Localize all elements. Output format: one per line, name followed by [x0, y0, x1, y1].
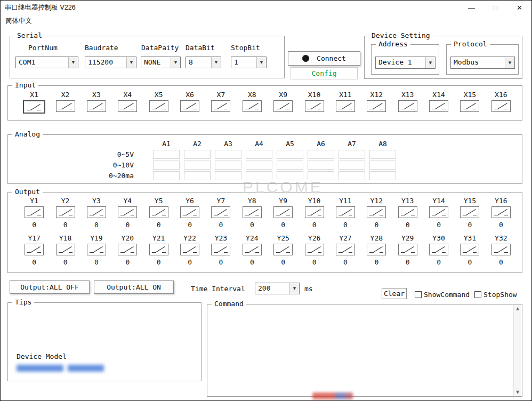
output-channel-switch-indicator[interactable]	[180, 206, 199, 218]
analog-value-cell[interactable]	[246, 171, 272, 180]
output-channel-switch-indicator[interactable]	[398, 244, 417, 255]
scroll-down-icon[interactable]: ▼	[516, 390, 519, 395]
input-channel-switch-indicator[interactable]	[460, 100, 479, 112]
chevron-down-icon[interactable]: ▼	[289, 283, 299, 294]
output-channel-switch-indicator[interactable]	[305, 206, 324, 218]
input-channel-switch-indicator[interactable]	[243, 100, 262, 112]
output-channel-switch-indicator[interactable]	[87, 244, 106, 255]
clear-button[interactable]: Clear	[382, 288, 407, 299]
command-scrollbar[interactable]: ▲ ▼	[513, 305, 521, 396]
menu-item-language[interactable]: 简体中文	[1, 17, 37, 26]
input-channel-switch-indicator[interactable]	[23, 100, 45, 114]
stop-show-checkbox[interactable]	[474, 291, 481, 298]
analog-value-cell[interactable]	[369, 150, 396, 159]
input-channel-switch-indicator[interactable]	[149, 100, 168, 112]
chevron-down-icon[interactable]: ▼	[505, 57, 514, 68]
show-command-checkbox[interactable]	[415, 291, 422, 298]
portnum-select[interactable]: COM1 ▼	[15, 57, 78, 68]
chevron-down-icon[interactable]: ▼	[256, 57, 266, 68]
output-channel-switch-indicator[interactable]	[491, 244, 511, 255]
analog-value-cell[interactable]	[246, 161, 272, 170]
output-channel-switch-indicator[interactable]	[460, 244, 479, 255]
output-channel-switch-indicator[interactable]	[367, 244, 386, 255]
output-all-on-button[interactable]: Output:ALL ON	[94, 280, 174, 294]
chevron-down-icon[interactable]: ▼	[126, 57, 136, 68]
output-channel-switch-indicator[interactable]	[336, 244, 355, 255]
output-channel-switch-indicator[interactable]	[149, 206, 168, 218]
output-channel-switch-indicator[interactable]	[149, 244, 168, 255]
output-channel-switch-indicator[interactable]	[25, 244, 44, 255]
analog-value-cell[interactable]	[153, 150, 180, 159]
analog-value-cell[interactable]	[215, 171, 241, 180]
analog-value-cell[interactable]	[277, 171, 303, 180]
output-channel-switch-indicator[interactable]	[87, 206, 106, 218]
output-channel-switch-indicator[interactable]	[491, 206, 511, 218]
output-channel-switch-indicator[interactable]	[243, 244, 262, 255]
output-channel-switch-indicator[interactable]	[273, 206, 293, 218]
input-channel-switch-indicator[interactable]	[336, 100, 355, 112]
input-channel-switch-indicator[interactable]	[56, 100, 75, 112]
output-channel-switch-indicator[interactable]	[460, 206, 479, 218]
output-channel-switch-indicator[interactable]	[25, 206, 44, 218]
chevron-down-icon[interactable]: ▼	[68, 57, 78, 68]
analog-value-cell[interactable]	[369, 161, 396, 170]
time-interval-select[interactable]: 200 ▼	[255, 283, 300, 294]
parity-select[interactable]: NONE ▼	[141, 57, 181, 68]
analog-value-cell[interactable]	[215, 150, 241, 159]
input-channel-switch-indicator[interactable]	[180, 100, 199, 112]
input-channel-switch-indicator[interactable]	[211, 100, 230, 112]
address-select[interactable]: Device 1 ▼	[375, 57, 436, 69]
title-bar[interactable]: 串口继电器控制板 V226 — □ ✕	[1, 1, 531, 15]
scroll-up-icon[interactable]: ▲	[516, 306, 519, 311]
input-channel-switch-indicator[interactable]	[491, 100, 511, 112]
input-channel-switch-indicator[interactable]	[367, 100, 386, 112]
output-channel-switch-indicator[interactable]	[243, 206, 262, 218]
close-button[interactable]: ✕	[507, 1, 531, 15]
input-channel-switch-indicator[interactable]	[429, 100, 448, 112]
output-channel-switch-indicator[interactable]	[118, 206, 137, 218]
baudrate-select[interactable]: 115200 ▼	[85, 57, 136, 68]
protocol-select[interactable]: Modbus ▼	[450, 57, 515, 69]
output-channel-switch-indicator[interactable]	[211, 206, 230, 218]
analog-value-cell[interactable]	[369, 171, 396, 180]
output-channel-switch-indicator[interactable]	[398, 206, 417, 218]
output-channel-switch-indicator[interactable]	[118, 244, 137, 255]
analog-value-cell[interactable]	[338, 150, 365, 159]
output-channel-switch-indicator[interactable]	[367, 206, 386, 218]
chevron-down-icon[interactable]: ▼	[211, 57, 221, 68]
stopbit-select[interactable]: 1 ▼	[231, 57, 267, 68]
output-channel-switch-indicator[interactable]	[211, 244, 230, 255]
output-channel-switch-indicator[interactable]	[273, 244, 293, 255]
analog-value-cell[interactable]	[184, 150, 211, 159]
input-channel-switch-indicator[interactable]	[273, 100, 293, 112]
analog-value-cell[interactable]	[215, 161, 241, 170]
input-channel-switch-indicator[interactable]	[118, 100, 137, 112]
chevron-down-icon[interactable]: ▼	[425, 57, 435, 68]
analog-value-cell[interactable]	[246, 150, 272, 159]
output-channel-switch-indicator[interactable]	[305, 244, 324, 255]
minimize-button[interactable]: —	[460, 1, 483, 15]
analog-value-cell[interactable]	[338, 171, 365, 180]
output-channel-switch-indicator[interactable]	[429, 206, 448, 218]
output-channel-switch-indicator[interactable]	[56, 244, 75, 255]
maximize-button[interactable]: □	[483, 1, 507, 15]
analog-value-cell[interactable]	[153, 161, 180, 170]
analog-value-cell[interactable]	[308, 171, 334, 180]
analog-value-cell[interactable]	[153, 171, 180, 180]
input-channel-switch-indicator[interactable]	[398, 100, 417, 112]
analog-value-cell[interactable]	[308, 150, 334, 159]
analog-value-cell[interactable]	[338, 161, 365, 170]
analog-value-cell[interactable]	[277, 161, 303, 170]
analog-value-cell[interactable]	[184, 171, 211, 180]
output-channel-switch-indicator[interactable]	[429, 244, 448, 255]
output-all-off-button[interactable]: Output:ALL OFF	[10, 280, 90, 294]
databit-select[interactable]: 8 ▼	[186, 57, 221, 68]
analog-value-cell[interactable]	[277, 150, 303, 159]
output-channel-switch-indicator[interactable]	[180, 244, 199, 255]
output-channel-switch-indicator[interactable]	[336, 206, 355, 218]
output-channel-switch-indicator[interactable]	[56, 206, 75, 218]
input-channel-switch-indicator[interactable]	[305, 100, 324, 112]
analog-value-cell[interactable]	[184, 161, 211, 170]
connect-button[interactable]: Connect	[288, 51, 360, 66]
input-channel-switch-indicator[interactable]	[87, 100, 106, 112]
